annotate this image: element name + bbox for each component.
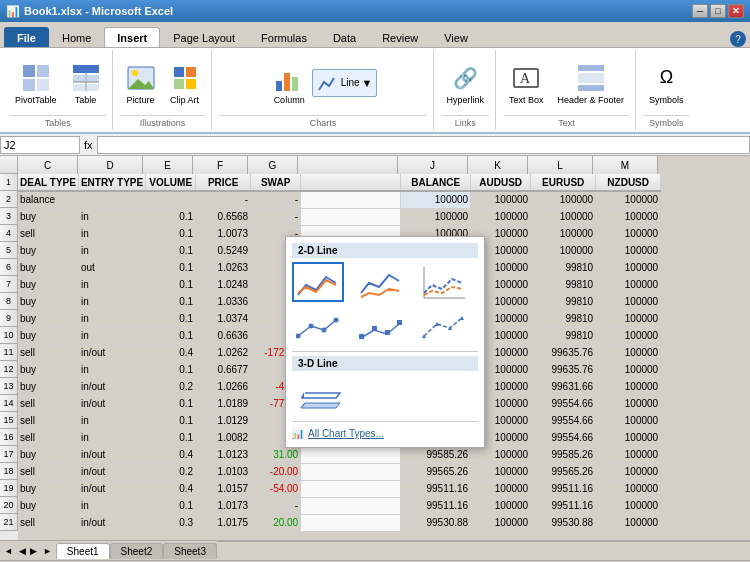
cell-e8[interactable]: 0.1 [146, 293, 196, 310]
cell-f12[interactable]: 0.6677 [196, 361, 251, 378]
hyperlink-button[interactable]: 🔗 Hyperlink [442, 60, 490, 108]
cell-m9[interactable]: 100000 [596, 310, 661, 327]
cell-f16[interactable]: 1.0082 [196, 429, 251, 446]
cell-d4[interactable]: in [78, 225, 145, 242]
cell-k17[interactable]: 100000 [471, 446, 531, 463]
cell-g20[interactable]: - [251, 497, 301, 514]
cell-k19[interactable]: 100000 [471, 480, 531, 497]
pivot-table-button[interactable]: PivotTable [10, 60, 62, 108]
cell-g18[interactable]: -20.00 [251, 463, 301, 480]
cell-c19[interactable]: buy [18, 480, 78, 497]
cell-d8[interactable]: in [78, 293, 145, 310]
cell-m15[interactable]: 100000 [596, 412, 661, 429]
cell-m8[interactable]: 100000 [596, 293, 661, 310]
cell-l17[interactable]: 99585.26 [531, 446, 596, 463]
cell-c14[interactable]: sell [18, 395, 78, 412]
header-volume[interactable]: VOLUME [146, 174, 196, 191]
tab-page-layout[interactable]: Page Layout [160, 27, 248, 47]
cell-l20[interactable]: 99511.16 [531, 497, 596, 514]
cell-m16[interactable]: 100000 [596, 429, 661, 446]
cell-f20[interactable]: 1.0173 [196, 497, 251, 514]
all-chart-types-link[interactable]: 📊 All Chart Types... [292, 426, 478, 441]
tab-data[interactable]: Data [320, 27, 369, 47]
cell-m4[interactable]: 100000 [596, 225, 661, 242]
cell-g3[interactable]: - [251, 208, 301, 225]
cell-c10[interactable]: buy [18, 327, 78, 344]
cell-e7[interactable]: 0.1 [146, 276, 196, 293]
cell-e17[interactable]: 0.4 [146, 446, 196, 463]
line-markers-100-chart[interactable] [418, 305, 470, 345]
sheet-tab-3[interactable]: Sheet3 [163, 543, 217, 559]
sheet-nav-right[interactable]: ▶ [28, 546, 39, 556]
cell-f18[interactable]: 1.0103 [196, 463, 251, 480]
cell-k2[interactable]: 100000 [471, 191, 531, 208]
cell-e20[interactable]: 0.1 [146, 497, 196, 514]
cell-m17[interactable]: 100000 [596, 446, 661, 463]
cell-d10[interactable]: in [78, 327, 145, 344]
line-markers-stacked-chart[interactable] [355, 305, 407, 345]
cell-l2[interactable]: 100000 [531, 191, 596, 208]
cell-j21[interactable]: 99530.88 [401, 514, 471, 531]
header-footer-button[interactable]: Header & Footer [553, 60, 630, 108]
name-box[interactable] [0, 136, 80, 154]
cell-f7[interactable]: 1.0248 [196, 276, 251, 293]
cell-l7[interactable]: 99810 [531, 276, 596, 293]
line-100-chart[interactable] [418, 262, 470, 302]
cell-d17[interactable]: in/out [78, 446, 145, 463]
header-swap[interactable]: SWAP [251, 174, 301, 191]
cell-l12[interactable]: 99635.76 [531, 361, 596, 378]
cell-l16[interactable]: 99554.66 [531, 429, 596, 446]
cell-k3[interactable]: 100000 [471, 208, 531, 225]
cell-m5[interactable]: 100000 [596, 242, 661, 259]
table-button[interactable]: Table [66, 60, 106, 108]
cell-d9[interactable]: in [78, 310, 145, 327]
header-deal-type[interactable]: DEAL TYPE [18, 174, 78, 191]
minimize-button[interactable]: ─ [692, 4, 708, 18]
cell-c17[interactable]: buy [18, 446, 78, 463]
cell-m19[interactable]: 100000 [596, 480, 661, 497]
cell-e16[interactable]: 0.1 [146, 429, 196, 446]
cell-k18[interactable]: 100000 [471, 463, 531, 480]
cell-l14[interactable]: 99554.66 [531, 395, 596, 412]
cell-d15[interactable]: in [78, 412, 145, 429]
cell-m20[interactable]: 100000 [596, 497, 661, 514]
cell-c20[interactable]: buy [18, 497, 78, 514]
cell-c16[interactable]: sell [18, 429, 78, 446]
cell-f4[interactable]: 1.0073 [196, 225, 251, 242]
cell-e3[interactable]: 0.1 [146, 208, 196, 225]
cell-c4[interactable]: sell [18, 225, 78, 242]
cell-d21[interactable]: in/out [78, 514, 145, 531]
cell-e11[interactable]: 0.4 [146, 344, 196, 361]
cell-e19[interactable]: 0.4 [146, 480, 196, 497]
header-eurusd[interactable]: EURUSD [531, 174, 596, 191]
cell-f8[interactable]: 1.0336 [196, 293, 251, 310]
cell-l9[interactable]: 99810 [531, 310, 596, 327]
cell-l15[interactable]: 99554.66 [531, 412, 596, 429]
cell-m14[interactable]: 100000 [596, 395, 661, 412]
header-audusd[interactable]: AUDUSD [471, 174, 531, 191]
cell-l3[interactable]: 100000 [531, 208, 596, 225]
cell-j18[interactable]: 99565.26 [401, 463, 471, 480]
tab-insert[interactable]: Insert [104, 27, 160, 47]
cell-j20[interactable]: 99511.16 [401, 497, 471, 514]
cell-e4[interactable]: 0.1 [146, 225, 196, 242]
tab-home[interactable]: Home [49, 27, 104, 47]
line-chart-dropdown[interactable]: Line ▼ [312, 69, 378, 97]
column-chart-button[interactable]: Column [269, 60, 310, 108]
clip-art-button[interactable]: Clip Art [165, 60, 205, 108]
cell-d11[interactable]: in/out [78, 344, 145, 361]
header-nzdusd[interactable]: NZDUSD [596, 174, 661, 191]
cell-l11[interactable]: 99635.76 [531, 344, 596, 361]
cell-m3[interactable]: 100000 [596, 208, 661, 225]
cell-m7[interactable]: 100000 [596, 276, 661, 293]
cell-e18[interactable]: 0.2 [146, 463, 196, 480]
cell-c13[interactable]: buy [18, 378, 78, 395]
cell-d16[interactable]: in [78, 429, 145, 446]
tab-file[interactable]: File [4, 27, 49, 47]
cell-m21[interactable]: 100000 [596, 514, 661, 531]
cell-f11[interactable]: 1.0262 [196, 344, 251, 361]
tab-review[interactable]: Review [369, 27, 431, 47]
cell-f19[interactable]: 1.0157 [196, 480, 251, 497]
cell-f5[interactable]: 0.5249 [196, 242, 251, 259]
cell-m10[interactable]: 100000 [596, 327, 661, 344]
